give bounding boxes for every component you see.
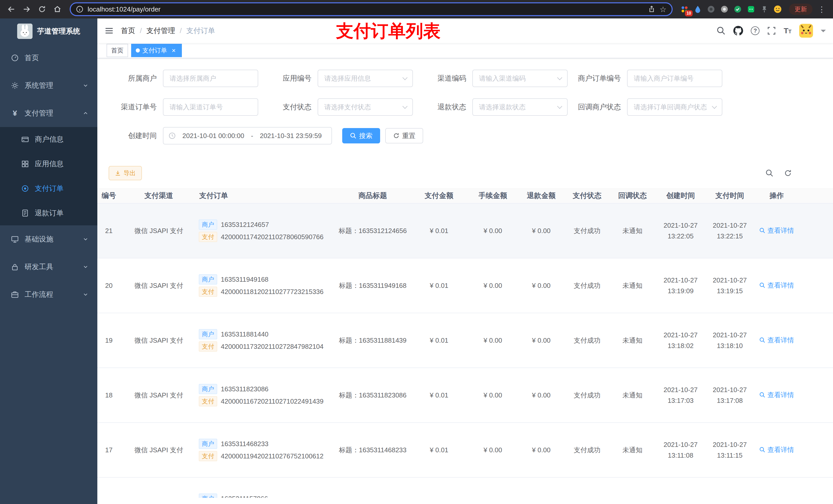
extension-emoji-face-icon[interactable] <box>773 5 782 14</box>
pay-status: 支付成功 <box>574 227 600 235</box>
close-icon[interactable]: × <box>170 47 177 54</box>
refresh-table-icon[interactable] <box>784 169 792 177</box>
pay-status-select[interactable] <box>318 98 413 116</box>
table-row[interactable]: 21 微信 JSAPI 支付 商户1635312124657 支付4200001… <box>97 203 833 258</box>
product-title: 标题：1635311949168 <box>339 282 406 289</box>
channel-code-select[interactable] <box>472 70 568 87</box>
sidebar-toggle-icon[interactable] <box>97 19 121 43</box>
pay-status: 支付成功 <box>574 391 600 399</box>
channel-order-no-input[interactable] <box>163 98 258 116</box>
merchant-order-no: 1635311823086 <box>221 385 268 393</box>
sidebar-item-home[interactable]: 首页 <box>0 44 97 72</box>
share-icon[interactable] <box>648 5 656 13</box>
refund-amount: ¥ 0.00 <box>532 446 550 454</box>
sidebar-item-workflow[interactable]: 工作流程 <box>0 281 97 308</box>
notify-status: 未通知 <box>622 282 642 289</box>
bookmark-star-icon[interactable]: ☆ <box>660 5 667 14</box>
refund-amount: ¥ 0.00 <box>532 282 550 289</box>
refund-status-select[interactable] <box>472 98 568 116</box>
merchant-order-no: 1635311881440 <box>221 330 268 338</box>
pay-tag: 支付 <box>199 287 217 297</box>
pay-tag: 支付 <box>199 232 217 242</box>
sidebar-item-refund-order[interactable]: 退款订单 <box>0 201 97 225</box>
table-row[interactable]: 20 微信 JSAPI 支付 商户1635311949168 支付4200001… <box>97 258 833 313</box>
home-icon[interactable] <box>50 2 65 16</box>
gear-icon <box>10 82 20 89</box>
back-icon[interactable] <box>4 2 19 16</box>
merchant-input[interactable] <box>163 70 258 87</box>
sidebar-item-pay-order[interactable]: 支付订单 <box>0 176 97 201</box>
breadcrumb-pay-order: 支付订单 <box>187 26 215 35</box>
reset-button[interactable]: 重置 <box>385 128 423 143</box>
view-detail-link[interactable]: 查看详情 <box>759 390 794 400</box>
sidebar-item-merchant-info[interactable]: 商户信息 <box>0 127 97 152</box>
sidebar-item-system[interactable]: 系统管理 <box>0 72 97 99</box>
extension-pin-icon[interactable] <box>760 5 769 14</box>
help-icon[interactable]: ? <box>751 26 760 35</box>
tab-pay-order[interactable]: 支付订单 × <box>131 44 182 57</box>
create-time-range-picker[interactable]: 2021-10-01 00:00:00 - 2021-10-31 23:59:5… <box>163 127 332 144</box>
field-create-time: 创建时间 2021-10-01 00:00:00 - 2021-10-31 23… <box>106 127 332 144</box>
view-detail-link[interactable]: 查看详情 <box>759 281 794 290</box>
notify-status: 未通知 <box>622 391 642 399</box>
github-icon[interactable] <box>733 26 743 35</box>
sidebar-item-infrastructure[interactable]: 基础设施 <box>0 225 97 253</box>
extension-drop-icon[interactable] <box>693 5 703 14</box>
chrome-update-button[interactable]: 更新 <box>789 4 812 15</box>
merchant-order-no-input[interactable] <box>627 70 722 87</box>
pay-time: 13:11:15 <box>706 450 754 461</box>
sidebar-item-devtools[interactable]: 研发工具 <box>0 253 97 281</box>
app-id-select[interactable] <box>318 70 413 87</box>
fullscreen-icon[interactable] <box>767 26 776 35</box>
tab-home[interactable]: 首页 <box>106 44 128 57</box>
breadcrumb: 首页 / 支付管理 / 支付订单 <box>121 26 215 35</box>
view-detail-link[interactable]: 查看详情 <box>759 446 794 454</box>
extension-green-check-icon[interactable] <box>733 5 742 14</box>
view-detail-link[interactable]: 查看详情 <box>759 226 794 235</box>
create-time: 13:17:03 <box>656 395 706 406</box>
notify-status-select[interactable] <box>627 98 722 116</box>
extension-chat-icon[interactable] <box>746 5 756 14</box>
table-row[interactable]: 18 微信 JSAPI 支付 商户1635311823086 支付4200001… <box>97 368 833 423</box>
dashboard-icon <box>10 54 20 62</box>
search-button[interactable]: 搜索 <box>342 128 380 143</box>
avatar-caret-icon[interactable] <box>821 30 826 35</box>
breadcrumb-home[interactable]: 首页 <box>121 26 135 35</box>
merchant-order-no: 1635311949168 <box>221 275 268 284</box>
notify-status: 未通知 <box>622 227 642 235</box>
user-avatar[interactable] <box>799 24 813 38</box>
breadcrumb-pay-management[interactable]: 支付管理 <box>146 26 175 35</box>
extension-gray-circle-icon[interactable] <box>720 5 729 14</box>
pay-channel: 微信 JSAPI 支付 <box>135 282 184 289</box>
table-row[interactable]: 17 微信 JSAPI 支付 商户1635311468233 支付4200001… <box>97 423 833 477</box>
export-button[interactable]: 导出 <box>109 166 142 180</box>
create-date: 2021-10-27 <box>656 439 706 450</box>
table-row[interactable]: 商户1635311157866 支付 <box>97 477 833 498</box>
address-bar[interactable]: localhost:1024/pay/order ☆ <box>70 2 673 16</box>
merchant-order-no: 1635312124657 <box>221 221 269 229</box>
browser-menu-icon[interactable]: ⋮ <box>817 5 827 14</box>
sidebar-item-pay[interactable]: ¥ 支付管理 <box>0 99 97 127</box>
extension-badge: 10 <box>685 10 693 16</box>
font-size-icon[interactable]: TT <box>784 26 791 35</box>
view-detail-link[interactable]: 查看详情 <box>759 336 794 345</box>
search-icon[interactable] <box>716 26 726 35</box>
extension-colorful-icon[interactable]: 10 <box>680 5 689 14</box>
forward-icon[interactable] <box>20 2 34 16</box>
field-app-id: 应用编号 <box>261 70 413 87</box>
reload-icon[interactable] <box>35 2 49 16</box>
site-info-icon[interactable] <box>76 5 84 13</box>
app-logo[interactable]: 芋道管理系统 <box>0 19 97 44</box>
pay-tag: 支付 <box>199 341 217 352</box>
refund-amount: ¥ 0.00 <box>532 391 550 399</box>
chevron-down-icon <box>82 236 89 242</box>
sidebar-item-app-info[interactable]: 应用信息 <box>0 152 97 176</box>
table-row[interactable]: 19 微信 JSAPI 支付 商户1635311881440 支付4200001… <box>97 313 833 368</box>
target-icon <box>21 185 30 192</box>
column-filler <box>799 188 833 203</box>
yen-icon: ¥ <box>10 109 20 118</box>
pay-order-no: 4200001167202110271022491439 <box>221 398 324 405</box>
extension-dark-circle-icon[interactable] <box>707 5 716 14</box>
order-id: 19 <box>105 337 113 344</box>
hide-search-icon[interactable] <box>765 169 774 177</box>
